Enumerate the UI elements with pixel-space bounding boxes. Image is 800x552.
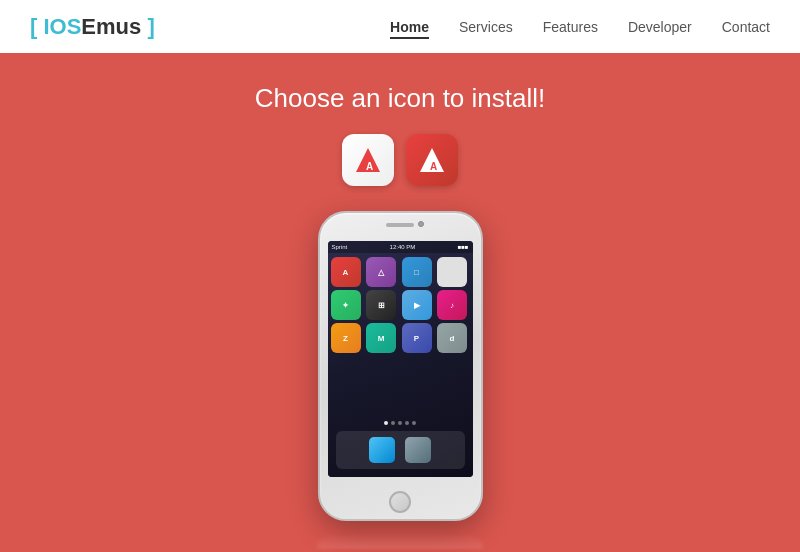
nav-link-features[interactable]: Features bbox=[543, 19, 598, 35]
status-bar: Sprint 12:40 PM ■■■ bbox=[328, 241, 473, 253]
logo-bracket-close: ] bbox=[147, 14, 154, 39]
nav-item-contact[interactable]: Contact bbox=[722, 18, 770, 36]
icon-choices: A A bbox=[342, 134, 458, 186]
logo-emus: Emus bbox=[81, 14, 147, 39]
time-text: 12:40 PM bbox=[390, 244, 416, 250]
grid-icon-3[interactable]: □ bbox=[402, 257, 432, 287]
grid-icon-7[interactable]: ▶ bbox=[402, 290, 432, 320]
app-grid: A △ □ ✦ ⊞ ▶ ♪ Z M P d bbox=[328, 253, 473, 357]
grid-icon-2[interactable]: △ bbox=[366, 257, 396, 287]
phone-mockup: Sprint 12:40 PM ■■■ A △ □ ✦ ⊞ ▶ ♪ Z bbox=[318, 211, 483, 521]
screen-background: Sprint 12:40 PM ■■■ A △ □ ✦ ⊞ ▶ ♪ Z bbox=[328, 241, 473, 477]
page-dot-4 bbox=[405, 421, 409, 425]
phone-speaker bbox=[386, 223, 414, 227]
grid-icon-5[interactable]: ✦ bbox=[331, 290, 361, 320]
nav-link-services[interactable]: Services bbox=[459, 19, 513, 35]
grid-icon-6[interactable]: ⊞ bbox=[366, 290, 396, 320]
icon-white-svg: A bbox=[352, 144, 384, 176]
page-dot-5 bbox=[412, 421, 416, 425]
phone-home-button[interactable] bbox=[389, 491, 411, 513]
phone-body: Sprint 12:40 PM ■■■ A △ □ ✦ ⊞ ▶ ♪ Z bbox=[318, 211, 483, 521]
nav-link-home[interactable]: Home bbox=[390, 19, 429, 39]
svg-text:A: A bbox=[430, 161, 437, 172]
nav-item-home[interactable]: Home bbox=[390, 18, 429, 36]
dock-settings[interactable] bbox=[405, 437, 431, 463]
page-dot-3 bbox=[398, 421, 402, 425]
carrier-text: Sprint bbox=[332, 244, 348, 250]
grid-icon-11[interactable]: P bbox=[402, 323, 432, 353]
dock-safari[interactable] bbox=[369, 437, 395, 463]
main-content: Choose an icon to install! A A Sp bbox=[0, 53, 800, 521]
phone-dock bbox=[336, 431, 465, 469]
headline: Choose an icon to install! bbox=[255, 83, 546, 114]
logo-bracket-open: [ bbox=[30, 14, 37, 39]
nav-links: Home Services Features Developer Contact bbox=[390, 18, 770, 36]
grid-icon-12[interactable]: d bbox=[437, 323, 467, 353]
nav-link-developer[interactable]: Developer bbox=[628, 19, 692, 35]
grid-icon-8[interactable]: ♪ bbox=[437, 290, 467, 320]
nav-item-features[interactable]: Features bbox=[543, 18, 598, 36]
battery-text: ■■■ bbox=[458, 244, 469, 250]
svg-text:A: A bbox=[366, 161, 373, 172]
logo: [ IOSEmus ] bbox=[30, 14, 155, 40]
page-dot-1 bbox=[384, 421, 388, 425]
logo-ios: IOS bbox=[43, 14, 81, 39]
phone-reflection bbox=[318, 533, 483, 549]
grid-icon-1[interactable]: A bbox=[331, 257, 361, 287]
phone-camera bbox=[418, 221, 424, 227]
nav-item-services[interactable]: Services bbox=[459, 18, 513, 36]
nav-link-contact[interactable]: Contact bbox=[722, 19, 770, 35]
page-dots bbox=[384, 421, 416, 425]
grid-icon-10[interactable]: M bbox=[366, 323, 396, 353]
phone-screen: Sprint 12:40 PM ■■■ A △ □ ✦ ⊞ ▶ ♪ Z bbox=[328, 241, 473, 477]
navbar: [ IOSEmus ] Home Services Features Devel… bbox=[0, 0, 800, 53]
grid-icon-4[interactable] bbox=[437, 257, 467, 287]
icon-option-red[interactable]: A bbox=[406, 134, 458, 186]
nav-item-developer[interactable]: Developer bbox=[628, 18, 692, 36]
grid-icon-9[interactable]: Z bbox=[331, 323, 361, 353]
page-dot-2 bbox=[391, 421, 395, 425]
icon-option-white[interactable]: A bbox=[342, 134, 394, 186]
icon-red-svg: A bbox=[416, 144, 448, 176]
